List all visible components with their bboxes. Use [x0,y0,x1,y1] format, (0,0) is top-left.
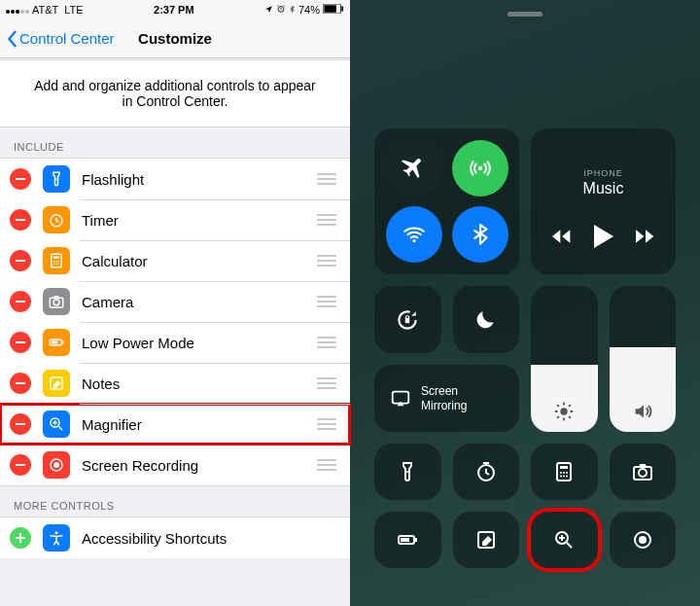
svg-point-12 [55,261,57,263]
reorder-handle[interactable] [315,377,336,389]
bluetooth-toggle[interactable] [452,206,508,263]
svg-point-14 [53,264,55,266]
svg-point-44 [560,472,562,474]
alarm-icon [276,4,286,16]
reorder-handle[interactable] [315,296,336,307]
svg-rect-22 [52,341,58,344]
cellular-data-toggle[interactable] [452,140,508,196]
svg-point-58 [639,536,647,544]
next-track-button[interactable] [636,229,655,248]
list-row: Magnifier [0,404,350,445]
list-row: Camera [0,281,350,322]
svg-point-30 [53,462,59,468]
svg-point-33 [55,531,58,534]
remove-button[interactable] [10,291,31,312]
grabber-handle[interactable] [508,12,542,17]
remove-button[interactable] [10,250,31,271]
row-label: Calculator [82,253,315,269]
record-icon [43,451,70,479]
svg-rect-3 [341,7,343,12]
prev-track-button[interactable] [552,229,572,248]
list-row: Accessibility Shortcuts [0,517,350,558]
svg-rect-8 [16,260,25,262]
nav-bar: Control Center Customize [0,19,350,58]
volume-icon [632,401,653,422]
magnifier-button[interactable] [531,512,598,568]
add-button[interactable] [10,527,31,549]
description-text: Add and organize additional controls to … [0,59,350,127]
settings-pane: AT&T LTE 2:37 PM 74% Control Center Cust… [0,0,350,606]
row-label: Camera [82,294,315,310]
do-not-disturb-toggle[interactable] [453,286,520,353]
svg-point-16 [58,264,60,266]
remove-button[interactable] [10,332,31,353]
row-label: Low Power Mode [82,335,315,351]
remove-button[interactable] [10,454,31,476]
camera-button[interactable] [610,444,677,500]
accessibility-icon [43,524,70,552]
svg-rect-43 [560,466,568,469]
now-playing-title: Music [583,180,624,197]
bluetooth-icon [289,4,296,17]
notes-button[interactable] [453,512,520,568]
back-button[interactable]: Control Center [6,30,115,48]
more-controls-header: MORE CONTROLS [0,486,350,517]
svg-rect-32 [16,537,25,539]
flashlight-button[interactable] [374,444,441,500]
notes-icon [43,370,70,397]
wifi-toggle[interactable] [386,206,442,263]
reorder-handle[interactable] [315,255,336,267]
svg-point-40 [406,471,408,473]
list-row: Timer [0,199,350,240]
row-label: Timer [82,212,315,229]
svg-rect-53 [401,538,409,542]
carrier-label: AT&T [32,4,58,16]
brightness-slider[interactable] [531,286,598,432]
svg-rect-28 [16,464,25,466]
back-label: Control Center [19,30,115,47]
row-label: Notes [82,375,315,392]
svg-point-13 [58,261,60,263]
airplane-mode-toggle[interactable] [386,140,442,196]
orientation-lock-toggle[interactable] [374,286,441,353]
play-button[interactable] [593,225,614,252]
svg-point-15 [55,264,57,266]
list-row: Calculator [0,240,350,281]
svg-point-49 [566,476,568,478]
svg-point-5 [55,178,57,180]
row-label: Flashlight [82,171,315,188]
list-row: Flashlight [0,159,350,199]
calculator-button[interactable] [531,444,598,500]
remove-button[interactable] [10,413,31,435]
svg-rect-6 [16,219,25,221]
more-controls-list: Accessibility Shortcuts [0,517,350,558]
reorder-handle[interactable] [315,337,336,348]
camera-icon [43,288,70,315]
reorder-handle[interactable] [315,418,336,430]
remove-button[interactable] [10,168,31,190]
svg-point-35 [412,239,415,242]
remove-button[interactable] [10,209,31,231]
screen-recording-button[interactable] [610,512,677,568]
svg-point-46 [566,472,568,474]
clock-label: 2:37 PM [154,4,194,16]
svg-rect-2 [324,5,336,13]
svg-point-51 [639,469,647,477]
now-playing-source: IPHONE [583,168,623,178]
now-playing-module[interactable]: IPHONE Music [531,128,676,274]
include-header: INCLUDE [0,127,350,158]
remove-button[interactable] [10,373,31,394]
low-power-mode-button[interactable] [374,512,441,568]
nav-title: Customize [138,30,212,47]
svg-point-45 [563,472,565,474]
reorder-handle[interactable] [315,214,336,226]
reorder-handle[interactable] [315,173,336,185]
svg-point-11 [53,261,55,263]
svg-rect-54 [415,538,417,542]
screen-mirroring-button[interactable]: ScreenMirroring [374,365,519,432]
svg-point-39 [561,408,568,414]
battery-icon [43,329,70,356]
reorder-handle[interactable] [315,459,336,471]
timer-button[interactable] [453,444,520,500]
volume-slider[interactable] [610,286,677,432]
